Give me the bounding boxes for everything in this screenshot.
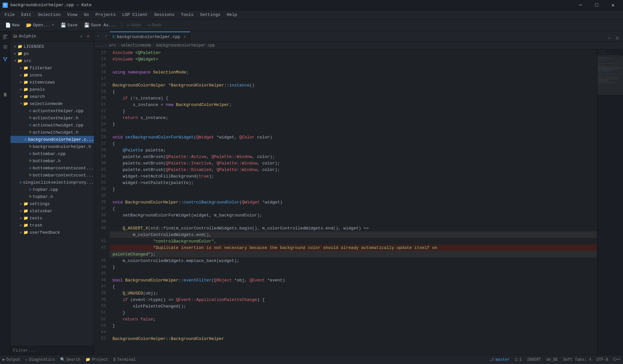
menu-edit[interactable]: Edit: [18, 10, 34, 20]
filter-input[interactable]: [13, 348, 91, 353]
tree-item-selectionmode[interactable]: ▼ 📂 selectionmode: [10, 100, 94, 107]
menu-tools[interactable]: Tools: [178, 10, 197, 20]
tree-item-panels[interactable]: ▶ 📁 panels: [10, 86, 94, 93]
tree-item-bottombar-cpp[interactable]: c bottombar.cpp: [10, 150, 94, 157]
save-button[interactable]: 💾 Save: [58, 21, 80, 29]
code-line-44: }: [110, 264, 597, 270]
tree-item-backgroundcolorhelper-h[interactable]: h backgroundcolorhelper.h: [10, 143, 94, 150]
tree-item-bottombarcontents-h[interactable]: h bottombarcontentscont...: [10, 172, 94, 179]
tree-item-backgroundcolorhelper-cpp[interactable]: c backgroundcolorhelper.c...: [10, 136, 94, 143]
tree-item-actionwithwidget-h[interactable]: h actionwithwidget.h: [10, 129, 94, 136]
menu-selection[interactable]: Selection: [34, 10, 64, 20]
statusbar-diagnostics[interactable]: ⚠ Diagnostics: [25, 357, 55, 362]
statusbar-filetype[interactable]: C++: [613, 358, 620, 362]
tree-item-licenses[interactable]: ▶ 📁 LICENSES: [10, 43, 94, 50]
menu-sessions[interactable]: Sessions: [151, 10, 178, 20]
tree-item-actiontexthelper-cpp[interactable]: c actiontexthelper.cpp: [10, 107, 94, 114]
folder-icon: 📁: [23, 73, 28, 78]
close-button[interactable]: ✕: [605, 0, 620, 10]
statusbar-locale[interactable]: de_DE: [546, 358, 558, 362]
statusbar-encoding[interactable]: UTF-8: [596, 358, 608, 362]
tree-item-topbar-cpp[interactable]: c topbar.cpp: [10, 186, 94, 193]
tree-item-actionwithwidget-cpp[interactable]: c actionwithwidget.cpp: [10, 122, 94, 129]
tree-item-label: trash: [30, 223, 42, 228]
outline-icon-btn[interactable]: [1, 42, 10, 51]
menu-help[interactable]: Help: [224, 10, 240, 20]
split-view-icon-btn[interactable]: ⊟: [614, 35, 620, 41]
tree-item-trash[interactable]: ▶ 📁 trash: [10, 222, 94, 229]
statusbar-git-branch[interactable]: ⎇ master: [490, 357, 510, 362]
refresh-button[interactable]: ↺: [78, 33, 84, 40]
code-line-42: "Duplicate insertion is not necessary be…: [110, 244, 597, 251]
menu-view[interactable]: View: [64, 10, 81, 20]
tab-next-button[interactable]: ›: [102, 31, 110, 41]
menu-settings[interactable]: Settings: [197, 10, 223, 20]
open-button[interactable]: 📂 Open... ▼: [23, 21, 57, 29]
code-line-43: m_colorControlledWidgets.emplace_back(wi…: [110, 257, 597, 264]
tree-item-singleclick-cpp[interactable]: c singleclickselectionproxy...: [10, 179, 94, 186]
bookmarks-icon-btn[interactable]: [1, 90, 10, 99]
output-icon: ▶: [3, 357, 5, 362]
app-icon: K: [3, 3, 8, 8]
minimize-button[interactable]: ─: [573, 0, 588, 10]
statusbar-output[interactable]: ▶ Output: [3, 357, 20, 362]
tree-item-label: topbar.h: [33, 194, 53, 199]
panel-close-button[interactable]: ✕: [85, 33, 91, 40]
tree-item-tests[interactable]: ▶ 📁 tests: [10, 214, 94, 222]
code-line-38: setBackgroundColorForWidget(widget, m_ba…: [110, 212, 597, 218]
h-file-icon: h: [29, 130, 32, 134]
tab-prev-button[interactable]: ‹: [94, 31, 102, 41]
code-scroll[interactable]: #include <QPalette> #include <QWidget> u…: [110, 49, 597, 355]
collapse-icon: ▶: [19, 80, 23, 84]
lightning-icon-btn[interactable]: ⚡: [606, 35, 613, 41]
minimap[interactable]: #include <QPalette> #include <QWidget> u…: [597, 49, 623, 355]
menu-lsp-client[interactable]: LSP Client: [119, 10, 151, 20]
svg-rect-0: [3, 35, 7, 36]
breadcrumb-file[interactable]: backgroundcolorhelper.cpp: [156, 43, 215, 48]
statusbar-position[interactable]: 1:1: [515, 358, 522, 362]
code-line-27: {: [110, 140, 597, 147]
tree-item-label: po: [24, 51, 29, 56]
statusbar-project[interactable]: 📁 Project: [86, 357, 108, 362]
tree-item-icons[interactable]: ▶ 📁 icons: [10, 72, 94, 79]
tree-item-statusbar-folder[interactable]: ▶ 📁 statusbar: [10, 207, 94, 214]
tree-item-userfeedback[interactable]: ▶ 📁 userfeedback: [10, 229, 94, 236]
statusbar-indent[interactable]: Soft Tabs: 4: [563, 358, 591, 362]
tree-item-settings[interactable]: ▶ 📁 settings: [10, 200, 94, 207]
save-as-button[interactable]: 💾 Save As...: [81, 21, 119, 29]
statusbar-terminal[interactable]: $ Terminal: [113, 358, 136, 362]
git-icon-btn[interactable]: [1, 55, 10, 64]
tree-item-kitemviews[interactable]: ▶ 📁 kitemviews: [10, 79, 94, 86]
svg-rect-5: [4, 46, 7, 47]
statusbar-search[interactable]: 🔍 Search: [60, 357, 80, 362]
menu-projects[interactable]: Projects: [92, 10, 119, 20]
editor-tab-backgroundcolorhelper[interactable]: c backgroundcolorhelper.cpp ✕: [110, 32, 190, 41]
tree-item-bottombar-h[interactable]: h bottombar.h: [10, 157, 94, 164]
git-branch-icon: ⎇: [490, 357, 494, 362]
menu-file[interactable]: File: [1, 10, 18, 20]
tree-item-src[interactable]: ▼ 📂 src: [10, 57, 94, 64]
window-title: backgroundcolorhelper.cpp — Kate: [10, 3, 573, 7]
tree-item-filterbar[interactable]: ▶ 📁 filterbar: [10, 64, 94, 72]
filetree-icon-btn[interactable]: [1, 32, 10, 42]
new-button[interactable]: 📄 New: [3, 21, 22, 29]
tree-item-actiontexthelper-h[interactable]: h actiontexthelper.h: [10, 114, 94, 122]
maximize-button[interactable]: □: [589, 0, 604, 10]
breadcrumb-selectionmode[interactable]: selectionmode: [121, 43, 152, 48]
breadcrumb-dots[interactable]: ...: [97, 43, 104, 48]
tree-item-topbar-h[interactable]: h topbar.h: [10, 193, 94, 200]
breadcrumb-src[interactable]: src: [109, 43, 116, 48]
undo-button[interactable]: ↩ Undo: [124, 21, 144, 29]
cpp-file-icon: c: [29, 109, 32, 113]
tab-close-button[interactable]: ✕: [182, 34, 187, 39]
tree-item-label: settings: [30, 202, 50, 206]
menu-go[interactable]: Go: [81, 10, 92, 20]
statusbar-mode[interactable]: INSERT: [527, 358, 541, 362]
tree-item-po[interactable]: ▶ 📁 po: [10, 50, 94, 57]
tree-item-bottombarcontents-cpp[interactable]: c bottombarcontentscont...: [10, 164, 94, 172]
diagnostics-icon: ⚠: [25, 357, 28, 362]
expand-icon: ▼: [19, 102, 23, 106]
redo-button[interactable]: ↪ Redo: [145, 21, 165, 29]
folder-icon: 📁: [18, 51, 22, 56]
tree-item-search[interactable]: ▶ 📁 search: [10, 93, 94, 100]
